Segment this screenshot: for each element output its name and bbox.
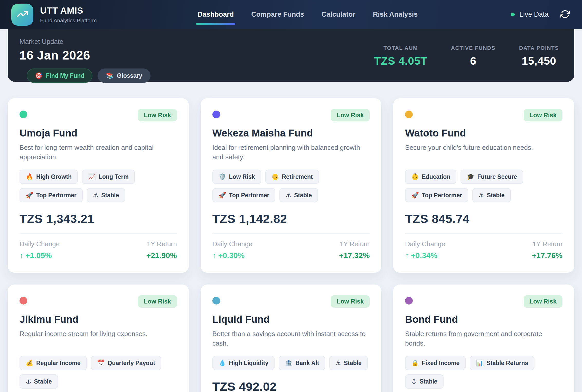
daily-change-value: ↑+0.34% — [405, 251, 445, 260]
daily-change-block: Daily Change ↑+0.34% — [405, 240, 445, 260]
tag-label: Stable Returns — [486, 360, 528, 367]
fund-tag: 👴 Retirement — [265, 170, 319, 184]
hero-stat: DATA POINTS 15,450 — [519, 45, 559, 82]
trending-up-icon — [16, 8, 28, 21]
fund-name: Liquid Fund — [212, 314, 370, 325]
up-arrow-icon: ↑ — [20, 251, 23, 260]
fund-tag: ⚓ Stable — [472, 188, 511, 202]
one-year-return-value: +21.90% — [146, 251, 177, 260]
daily-change-value: ↑+1.05% — [20, 251, 60, 260]
glossary-label: Glossary — [117, 72, 142, 79]
fund-tags: 🔥 High Growth 📈 Long Term 🚀 Top Performe… — [20, 170, 177, 202]
fund-name: Bond Fund — [405, 314, 562, 325]
fund-price: TZS 1,343.21 — [20, 212, 177, 226]
one-year-return-block: 1Y Return +17.32% — [339, 240, 370, 260]
fund-color-dot — [405, 297, 413, 305]
one-year-return-label: 1Y Return — [532, 240, 562, 248]
tag-label: Bank Alt — [295, 360, 319, 367]
fund-tags: 🔒 Fixed Income 📊 Stable Returns ⚓ Stable — [405, 356, 562, 389]
fund-tag: ⚓ Stable — [329, 356, 368, 370]
fire-icon: 🔥 — [26, 173, 33, 180]
tag-label: Stable — [34, 378, 52, 385]
fund-tag: ⚓ Stable — [279, 188, 318, 202]
live-data-label: Live Data — [519, 11, 549, 18]
fund-card: Low Risk Bond Fund Stable returns from g… — [393, 285, 574, 392]
tag-label: Stable — [344, 360, 362, 367]
risk-badge: Low Risk — [524, 295, 562, 308]
card-top: Low Risk — [212, 109, 370, 121]
app-title: UTT AMIS — [40, 5, 97, 16]
nav-link[interactable]: Dashboard — [197, 9, 234, 20]
tag-label: Future Secure — [477, 173, 517, 180]
fund-price: TZS 845.74 — [405, 212, 562, 226]
fund-card: Low Risk Jikimu Fund Regular income stre… — [8, 285, 189, 392]
tag-label: Stable — [101, 192, 119, 199]
tag-label: Stable — [294, 192, 312, 199]
fund-price: TZS 492.02 — [212, 379, 370, 392]
retirement-icon: 👴 — [271, 173, 279, 180]
up-arrow-icon: ↑ — [405, 251, 409, 260]
hero-buttons: 🎯 Find My Fund 📚 Glossary — [27, 68, 151, 83]
fund-tags: 🛡️ Low Risk 👴 Retirement 🚀 Top Performer… — [212, 170, 370, 202]
card-footer: Daily Change ↑+0.34% 1Y Return +17.76% — [405, 240, 562, 260]
nav-link[interactable]: Compare Funds — [251, 9, 305, 20]
fund-card-grid: Low Risk Umoja Fund Best for long-term w… — [8, 98, 574, 392]
fund-color-dot — [212, 297, 220, 305]
top-navbar: UTT AMIS Fund Analytics Platform Dashboa… — [0, 0, 582, 29]
card-footer: Daily Change ↑+1.05% 1Y Return +21.90% — [20, 240, 177, 260]
daily-change-value: ↑+0.30% — [212, 251, 252, 260]
fund-description: Best for long-term wealth creation and c… — [20, 143, 177, 162]
fund-description: Better than a savings account with insta… — [212, 329, 370, 349]
up-arrow-icon: ↑ — [212, 251, 216, 260]
fund-tag: 🏦 Bank Alt — [279, 356, 325, 370]
fund-name: Watoto Fund — [405, 128, 562, 139]
anchor-icon: ⚓ — [335, 359, 341, 367]
fund-tag: 🚀 Top Performer — [405, 188, 468, 202]
calendar-icon: 📅 — [97, 359, 105, 367]
glossary-button[interactable]: 📚 Glossary — [98, 68, 150, 83]
droplet-icon: 💧 — [219, 359, 226, 367]
stat-label: DATA POINTS — [519, 45, 559, 51]
card-top: Low Risk — [20, 295, 177, 308]
shield-icon: 🛡️ — [219, 173, 226, 180]
one-year-return-label: 1Y Return — [146, 240, 177, 248]
tag-label: Fixed Income — [422, 360, 459, 367]
tag-label: Quarterly Payout — [107, 360, 155, 367]
one-year-return-label: 1Y Return — [339, 240, 370, 248]
anchor-icon: ⚓ — [478, 192, 484, 199]
fund-card: Low Risk Watoto Fund Secure your child's… — [393, 98, 574, 273]
hero-stat: ACTIVE FUNDS 6 — [451, 45, 495, 82]
fund-tag: ⚓ Stable — [87, 188, 125, 202]
refresh-icon — [560, 9, 570, 19]
find-my-fund-button[interactable]: 🎯 Find My Fund — [27, 68, 92, 83]
tag-label: Retirement — [282, 173, 313, 180]
tag-label: Long Term — [99, 173, 129, 180]
daily-change-label: Daily Change — [405, 240, 445, 248]
card-footer: Daily Change ↑+0.30% 1Y Return +17.32% — [212, 240, 370, 260]
graduation-cap-icon: 🎓 — [467, 173, 474, 180]
tag-label: Top Performer — [422, 192, 462, 199]
fund-color-dot — [405, 111, 413, 118]
fund-color-dot — [212, 111, 220, 118]
tag-label: High Growth — [36, 173, 72, 180]
one-year-return-block: 1Y Return +17.76% — [532, 240, 562, 260]
bar-chart-icon: 📊 — [476, 359, 484, 367]
anchor-icon: ⚓ — [26, 378, 31, 385]
fund-description: Ideal for retirement planning with balan… — [212, 143, 370, 162]
card-top: Low Risk — [405, 109, 562, 121]
baby-icon: 👶 — [411, 173, 419, 180]
tag-label: Low Risk — [229, 173, 255, 180]
books-icon: 📚 — [106, 72, 114, 79]
tag-label: Top Performer — [229, 192, 269, 199]
fund-tag: 📊 Stable Returns — [470, 356, 534, 370]
risk-badge: Low Risk — [331, 109, 370, 121]
risk-badge: Low Risk — [138, 295, 177, 308]
daily-change-label: Daily Change — [20, 240, 60, 248]
refresh-button[interactable] — [560, 9, 570, 19]
nav-link[interactable]: Calculator — [321, 9, 356, 20]
nav-link[interactable]: Risk Analysis — [372, 9, 418, 20]
fund-card: Low Risk Wekeza Maisha Fund Ideal for re… — [201, 98, 382, 273]
tag-label: High Liquidity — [229, 360, 268, 367]
hero-stat: TOTAL AUM TZS 4.05T — [374, 45, 427, 82]
brand-text: UTT AMIS Fund Analytics Platform — [40, 5, 97, 24]
